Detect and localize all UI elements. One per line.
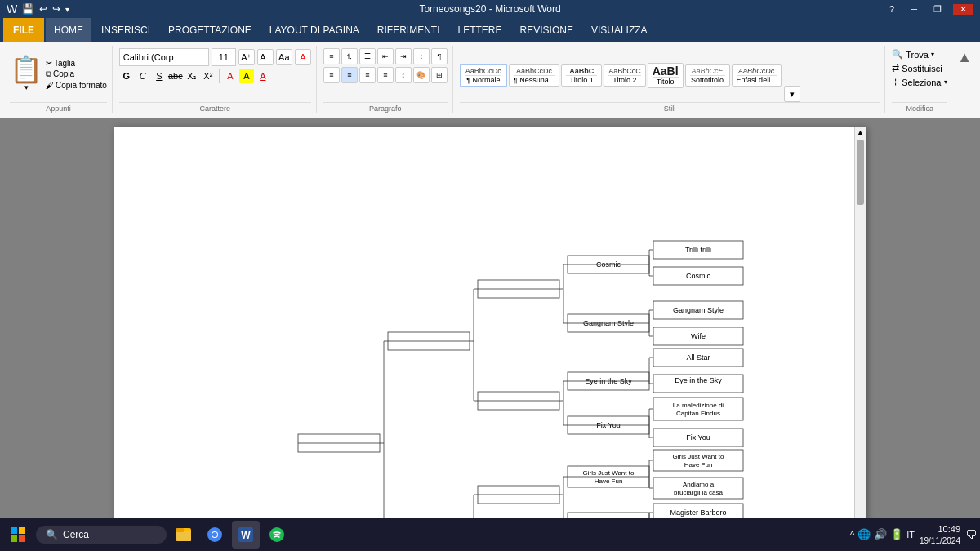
format-painter-button[interactable]: 🖌Copia formato [46,81,107,90]
borders-button[interactable]: ⊞ [431,67,448,83]
stili-label: Stili [460,102,880,113]
menu-layout[interactable]: LAYOUT DI PAGINA [261,18,368,42]
taskbar-spotify[interactable] [263,521,291,549]
menu-home[interactable]: HOME [46,18,91,42]
taskbar-search[interactable]: 🔍 Cerca [36,526,167,544]
search-label: Cerca [63,529,89,540]
ribbon-collapse[interactable]: ▲ [954,46,975,69]
replace-button[interactable]: ⇄Sostituisci [892,63,947,73]
style-normale[interactable]: AaBbCcDc ¶ Normale [460,64,507,87]
style-sottotitolo[interactable]: AaBbCcE Sottotitolo [685,64,730,87]
svg-text:Girls Just Want to: Girls Just Want to [673,453,724,460]
svg-point-128 [212,532,217,537]
paste-big-icon[interactable]: 📋 [10,56,42,82]
undo-icon[interactable]: ↩ [39,3,47,15]
paste-dropdown[interactable]: ▾ [24,83,29,91]
svg-text:Cosmic: Cosmic [686,272,711,280]
document-page[interactable]: Trilli trilli Cosmic Gangnam Style Wife … [114,127,866,529]
font-size-input[interactable] [212,48,236,66]
font-name-input[interactable] [119,48,209,66]
cut-button[interactable]: ✂Taglia [46,59,107,68]
multilevel-button[interactable]: ☰ [359,48,376,64]
taskbar-word[interactable]: W [232,521,260,549]
svg-text:La maledizione di: La maledizione di [673,402,724,409]
align-center-button[interactable]: ≡ [341,67,358,83]
bullets-button[interactable]: ≡ [323,48,340,64]
text-color-button[interactable]: A [256,69,270,83]
title-bar-left: W 💾 ↩ ↪ ▾ [7,2,69,16]
bold-button[interactable]: G [119,69,134,83]
redo-icon[interactable]: ↪ [52,3,60,15]
svg-rect-124 [176,531,191,541]
justify-button[interactable]: ≡ [377,67,394,83]
italic-button[interactable]: C [136,69,150,83]
date-display: 19/11/2024 [920,535,960,546]
svg-text:Girls Just Want to: Girls Just Want to [583,469,635,477]
style-titolo1[interactable]: AaBbC Titolo 1 [561,64,602,87]
menu-file[interactable]: FILE [3,18,44,42]
select-button[interactable]: ⊹Seleziona▾ [892,77,947,87]
font-case-button[interactable]: Aa [276,49,292,65]
chevron-icon[interactable]: ^ [850,530,854,540]
network-icon[interactable]: 🌐 [858,528,871,540]
strikethrough-button[interactable]: abc [168,69,183,83]
carattere-label: Carattere [119,102,311,113]
vertical-scrollbar[interactable]: ▲ ▼ [854,127,866,529]
svg-text:Trilli trilli: Trilli trilli [685,246,711,254]
style-enfasi[interactable]: AaBbCcDc Enfasi deli... [732,64,782,87]
svg-text:All Star: All Star [686,353,710,362]
ime-icon: IT [906,530,915,540]
customize-icon[interactable]: ▾ [65,5,69,14]
svg-text:Fix You: Fix You [686,433,710,442]
restore-button[interactable]: ❐ [929,4,947,15]
show-marks-button[interactable]: ¶ [431,48,448,64]
shading-button[interactable]: 🎨 [413,67,430,83]
clear-format-button[interactable]: A [295,49,311,65]
menu-inserisci[interactable]: INSERISCI [93,18,158,42]
font-grow-button[interactable]: A⁺ [238,49,255,65]
menu-visualizza[interactable]: VISUALIZZA [583,18,656,42]
start-button[interactable] [3,520,33,549]
sort-button[interactable]: ↕ [413,48,430,64]
scroll-thumb[interactable] [857,140,864,205]
font-shrink-button[interactable]: A⁻ [257,49,274,65]
svg-rect-125 [176,528,184,532]
svg-rect-122 [19,535,25,542]
subscript-button[interactable]: X₂ [185,69,199,83]
menu-bar: FILE HOME INSERISCI PROGETTAZIONE LAYOUT… [0,18,980,42]
menu-lettere[interactable]: LETTERE [450,18,510,42]
align-left-button[interactable]: ≡ [323,67,340,83]
svg-text:Gangnam Style: Gangnam Style [673,306,724,314]
find-button[interactable]: 🔍Trova▾ [892,49,947,60]
style-nessuna[interactable]: AaBbCcDc ¶ Nessuna... [509,64,559,87]
help-icon[interactable]: ? [884,4,899,14]
taskbar-chrome[interactable] [201,521,229,549]
style-titolo2[interactable]: AaBbCcC Titolo 2 [604,64,646,87]
menu-revisione[interactable]: REVISIONE [512,18,581,42]
underline-button[interactable]: S [152,69,167,83]
save-icon[interactable]: 💾 [22,3,34,15]
line-spacing-button[interactable]: ↕ [395,67,412,83]
close-button[interactable]: ✕ [953,4,973,15]
minimize-button[interactable]: ─ [906,4,922,14]
scroll-up[interactable]: ▲ [855,127,866,138]
taskbar-explorer[interactable] [170,521,198,549]
increase-indent-button[interactable]: ⇥ [395,48,412,64]
styles-scroll-down[interactable]: ▾ [784,86,800,102]
style-titolo[interactable]: AaBl Titolo [648,63,684,88]
menu-riferimenti[interactable]: RIFERIMENTI [369,18,448,42]
volume-icon[interactable]: 🔊 [874,528,887,540]
notification-icon[interactable]: 🗨 [965,528,977,541]
highlight-button[interactable]: A [239,69,254,83]
decrease-indent-button[interactable]: ⇤ [377,48,394,64]
font-color-button[interactable]: A [223,69,238,83]
menu-progettazione[interactable]: PROGETTAZIONE [160,18,260,42]
superscript-button[interactable]: X² [201,69,216,83]
copy-button[interactable]: ⧉Copia [46,69,107,79]
align-right-button[interactable]: ≡ [359,67,376,83]
clock-area: 10:49 19/11/2024 [920,523,960,545]
svg-text:bruciargli la casa: bruciargli la casa [674,489,724,496]
numbering-button[interactable]: ⒈ [341,48,358,64]
svg-text:W: W [241,530,251,541]
document-area: Trilli trilli Cosmic Gangnam Style Wife … [0,118,980,529]
